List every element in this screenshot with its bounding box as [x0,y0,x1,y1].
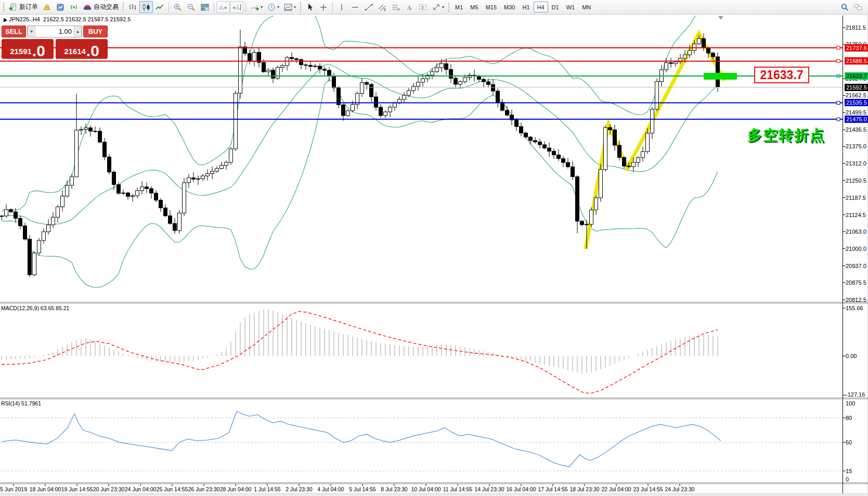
rsi-label: RSI(14) 51.7961 [1,400,41,406]
time-label: 2 Jul 23:30 [286,486,312,492]
sell-button[interactable]: SELL [2,26,26,37]
sell-price-box[interactable]: 21591 .0 [2,39,54,59]
volume-decrease-button[interactable]: ▼ [28,26,35,37]
buy-price-box[interactable]: 21614 .0 [56,39,108,59]
axis-label: 0 [846,476,849,482]
bollinger-bands [2,0,718,288]
macd-histogram [2,310,718,374]
time-label: 26 Jun 23:30 [188,486,220,492]
buy-price-main: 21614 [64,47,86,56]
chart-header: JPN225-,H4 21622.5 21632.5 21587.5 21592… [3,16,131,22]
axis-label: 21250.5 [846,177,866,184]
time-label: 8 Jul 23:30 [381,486,407,492]
time-label: 5 Jul 14:55 [349,486,375,492]
chart-shift-marker [718,16,723,20]
axis-label: 21000.0 [846,246,866,252]
highlight-bar-annotation [704,73,737,80]
axis-label: 100 [846,400,855,406]
sell-price-main: 21591 [10,47,32,56]
line-anchor [837,118,840,121]
time-label: 25 Jun 14:55 [157,486,188,492]
axis-label: 0.00 [846,353,857,359]
axis-label: -127.16 [846,391,865,398]
candles [0,30,720,277]
chart-symbol-icon [2,17,7,22]
line-anchor [837,59,840,62]
price-chip: 21475.0 [845,116,868,123]
price-chip: 21592.5 [845,84,868,91]
axis-label: 20937.0 [846,263,866,269]
time-label: 17 Jul 14:55 [538,486,567,492]
axis-label: 21124.5 [846,212,866,218]
time-label: 16 Jul 04:00 [506,486,536,492]
rsi-line [2,412,721,467]
axis-label: 21436.5 [846,126,866,133]
time-label: 4 Jul 04:00 [317,486,344,492]
volume-input[interactable] [35,26,74,37]
time-label: 24 Jun 04:00 [125,486,157,492]
axis-label: 50 [846,439,852,446]
line-anchor [837,46,840,49]
chart-symbol-label: JPN225-,H4 [9,16,40,22]
chart-canvas[interactable] [0,0,868,496]
axis-label: 155.66 [846,305,863,311]
price-chip: 21535.5 [845,99,868,106]
time-label: 10 Jul 04:00 [411,486,441,492]
macd-label: MACD(12,26,9) 63.65 85.21 [1,305,69,311]
axis-label: 21063.0 [846,228,866,235]
price-chip: 21737.6 [845,44,868,52]
time-label: 5 Jun 2019 [0,486,27,492]
sell-price-frac: .0 [32,44,45,58]
price-callout-box: 21633.7 [754,67,809,83]
volume-increase-button[interactable]: ▲ [74,26,82,37]
time-label: 1 Jul 14:55 [254,486,280,492]
axis-label: 21187.5 [846,195,866,201]
axis-label: 21312.0 [846,160,866,167]
time-label: 11 Jul 14:55 [443,486,472,492]
axis-label: 80 [846,415,852,421]
buy-price-frac: .0 [86,44,99,58]
time-label: 18 Jun 04:00 [30,486,61,492]
line-anchor [837,101,840,105]
time-label: 18 Jul 23:30 [569,486,599,492]
axis-label: 21375.0 [846,143,866,149]
chart-ohlc-values: 21622.5 21632.5 21587.5 21592.5 [43,16,131,22]
time-label: 14 Jul 23:30 [474,486,504,492]
time-label: 19 Jun 14:55 [61,486,93,492]
axis-label: 21562.5 [846,92,866,98]
axis-label: 20875.5 [846,279,866,286]
time-label: 20 Jun 23:30 [93,486,125,492]
price-chip: 21688.5 [845,57,868,65]
one-click-trade-panel: SELL ▼ ▲ BUY 21591 .0 21614 .0 [2,26,108,59]
time-label: 22 Jul 04:00 [601,486,631,492]
mt4-window: { "toolbar": { "groups": [ {"grip": true… [0,0,868,496]
axis-label: 20812.5 [846,297,866,303]
buy-button[interactable]: BUY [83,26,108,37]
axis-label: 21811.5 [846,24,866,31]
turning-point-annotation: 多空转折点 [747,125,825,145]
time-label: 23 Jul 14:55 [633,486,663,492]
axis-label: 15 [846,468,852,474]
axis-label: 21499.5 [846,109,866,116]
volume-stepper: ▼ ▲ [27,26,82,37]
time-label: 28 Jun 04:00 [220,486,252,492]
time-label: 24 Jul 23:30 [665,486,694,492]
price-chip: 21633.7 [845,72,868,80]
